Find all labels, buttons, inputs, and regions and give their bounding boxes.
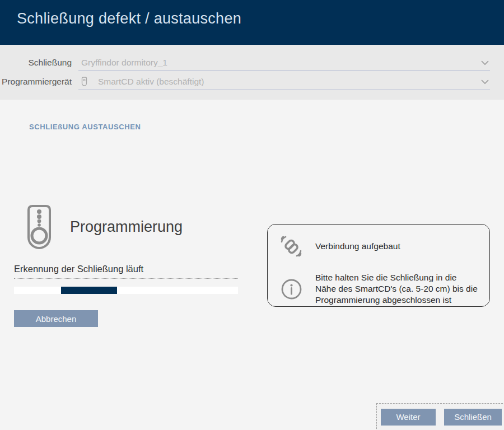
info-panel: Verbindung aufgebaut Bitte halten Sie di… bbox=[267, 224, 490, 307]
progress-status-label: Erkennung der Schließung läuft bbox=[14, 264, 238, 279]
programmer-select[interactable]: SmartCD aktiv (beschäftigt) bbox=[78, 73, 490, 90]
programmer-field-row: Programmiergerät SmartCD aktiv (beschäft… bbox=[0, 73, 490, 90]
connection-message-row: Verbindung aufgebaut bbox=[280, 235, 479, 258]
hint-message: Bitte halten Sie die Schließung in die N… bbox=[315, 272, 479, 306]
form-section: Schließung Gryffindor dormitory_1 Progra… bbox=[0, 45, 504, 100]
dialog-titlebar: Schließung defekt / austauschen bbox=[0, 0, 504, 45]
connection-message: Verbindung aufgebaut bbox=[315, 241, 400, 252]
lock-select-value: Gryffindor dormitory_1 bbox=[81, 58, 167, 68]
programmer-select-value: SmartCD aktiv (beschäftigt) bbox=[98, 77, 204, 87]
next-button[interactable]: Weiter bbox=[381, 409, 436, 426]
replace-lock-dialog: { "window": { "title": "Schließung defek… bbox=[0, 0, 504, 430]
lock-field-label: Schließung bbox=[0, 58, 72, 68]
lock-select[interactable]: Gryffindor dormitory_1 bbox=[78, 54, 490, 71]
info-circle-icon bbox=[280, 279, 302, 300]
lock-field-row: Schließung Gryffindor dormitory_1 bbox=[0, 54, 490, 71]
wizard-body: SCHLIEßUNG AUSTAUSCHEN Programmierung Er… bbox=[0, 100, 504, 430]
wireless-link-icon bbox=[280, 235, 302, 258]
wizard-heading: Programmierung bbox=[70, 218, 183, 236]
dialog-title: Schließung defekt / austauschen bbox=[17, 10, 241, 27]
status-banner: SCHLIEßUNG AUSTAUSCHEN bbox=[29, 123, 141, 131]
programmer-field-label: Programmiergerät bbox=[0, 77, 72, 87]
lock-cylinder-icon bbox=[26, 204, 52, 251]
footer-button-panel: Weiter Schließen bbox=[376, 403, 504, 430]
chevron-down-icon[interactable] bbox=[481, 79, 489, 84]
progress-fill bbox=[61, 287, 117, 294]
chevron-down-icon[interactable] bbox=[481, 60, 489, 65]
close-button[interactable]: Schließen bbox=[444, 409, 502, 426]
hint-message-row: Bitte halten Sie die Schließung in die N… bbox=[280, 272, 479, 306]
cancel-button[interactable]: Abbrechen bbox=[14, 310, 98, 327]
progress-bar bbox=[14, 287, 238, 294]
smartcd-device-icon bbox=[81, 77, 87, 86]
